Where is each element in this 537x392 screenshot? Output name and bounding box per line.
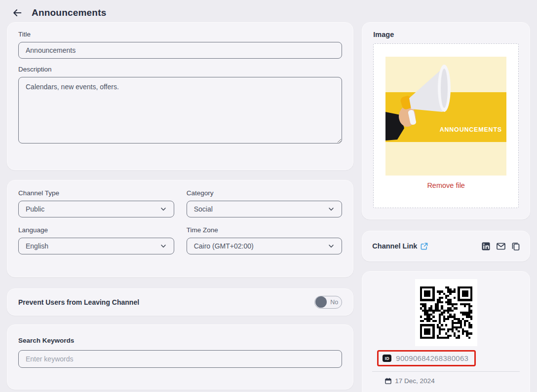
linkedin-icon: [482, 242, 490, 250]
language-label: Language: [18, 226, 174, 234]
page-title: Announcements: [32, 7, 106, 18]
mail-icon: [497, 243, 505, 250]
language-value: English: [26, 242, 48, 250]
prevent-leaving-label: Prevent Users from Leaving Channel: [18, 298, 139, 306]
external-link-button[interactable]: [421, 243, 428, 250]
qr-code-container: [415, 279, 477, 346]
chevron-down-icon: [328, 206, 335, 213]
divider: [372, 371, 520, 372]
time-zone-value: Cairo (GMT+02:00): [194, 242, 254, 250]
side-column: Image: [362, 22, 530, 392]
category-label: Category: [187, 189, 343, 197]
channel-settings-card: Channel Type Public Category Social: [7, 180, 353, 277]
chevron-down-icon: [328, 243, 335, 249]
arrow-left-icon: [12, 7, 23, 18]
image-label: Image: [373, 31, 519, 38]
chevron-down-icon: [160, 243, 167, 249]
copy-link-button[interactable]: [512, 242, 520, 250]
share-linkedin-button[interactable]: [482, 242, 490, 250]
channel-type-label: Channel Type: [18, 189, 174, 197]
toggle-knob: [315, 296, 327, 308]
qr-code: [420, 286, 472, 339]
prevent-leaving-toggle[interactable]: No: [314, 296, 342, 309]
time-zone-label: Time Zone: [187, 226, 343, 234]
id-badge: ID: [383, 355, 391, 362]
time-zone-select[interactable]: Cairo (GMT+02:00): [187, 238, 343, 254]
calendar-icon: [385, 378, 391, 384]
remove-file-link[interactable]: Remove file: [427, 181, 465, 189]
language-select[interactable]: English: [18, 238, 174, 254]
channel-image: ANNOUNCEMENTS: [385, 57, 506, 176]
image-dropzone[interactable]: ANNOUNCEMENTS Remove file: [373, 43, 519, 208]
channel-type-select[interactable]: Public: [18, 201, 174, 217]
search-keywords-label: Search Keywords: [18, 337, 342, 344]
category-select[interactable]: Social: [187, 201, 343, 217]
description-label: Description: [18, 66, 342, 73]
search-keywords-input[interactable]: [18, 350, 342, 368]
channel-type-value: Public: [26, 205, 44, 213]
title-label: Title: [18, 31, 342, 38]
created-date: 17 Dec, 2024: [395, 377, 434, 385]
toggle-state-label: No: [330, 299, 338, 306]
form-column: Title Description Calendars, new events,…: [7, 22, 353, 390]
title-input[interactable]: [18, 42, 342, 59]
share-email-button[interactable]: [497, 243, 505, 250]
chevron-down-icon: [160, 206, 167, 213]
category-value: Social: [194, 205, 213, 213]
external-link-icon: [421, 243, 428, 250]
basic-info-card: Title Description Calendars, new events,…: [7, 22, 353, 170]
copy-icon: [512, 242, 520, 250]
channel-info-card: ID 90090684268380063 17 Dec, 2024: [362, 271, 530, 392]
channel-link-label: Channel Link: [372, 242, 417, 250]
channel-id-value: 90090684268380063: [396, 354, 468, 362]
created-date-row: 17 Dec, 2024: [385, 377, 519, 385]
page-header: Announcements: [0, 0, 537, 22]
image-overlay-text: ANNOUNCEMENTS: [440, 126, 502, 133]
search-keywords-card: Search Keywords: [7, 324, 353, 390]
image-card: Image: [362, 22, 530, 219]
prevent-leaving-card: Prevent Users from Leaving Channel No: [7, 288, 353, 316]
channel-link-card: Channel Link: [362, 231, 530, 261]
description-textarea[interactable]: Calendars, new events, offers.: [18, 77, 342, 143]
back-button[interactable]: [11, 6, 24, 19]
channel-id-highlight: ID 90090684268380063: [377, 350, 476, 366]
